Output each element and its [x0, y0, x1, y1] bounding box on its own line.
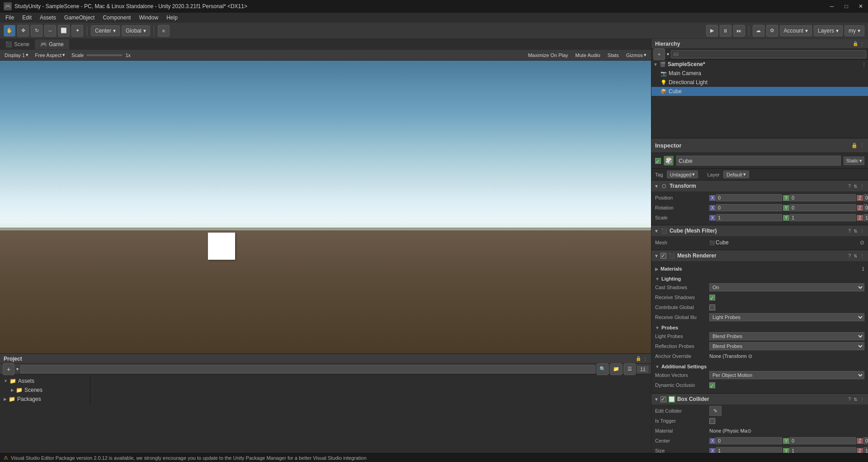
project-add-button[interactable]: +: [3, 363, 14, 375]
hierarchy-main-camera[interactable]: 📷 Main Camera: [651, 69, 868, 78]
titlebar-controls[interactable]: ─ □ ✕: [828, 3, 864, 10]
menu-help[interactable]: Help: [163, 14, 181, 22]
dynamic-occlusion-checkbox[interactable]: ✓: [709, 382, 715, 388]
tool-hand[interactable]: ✋: [4, 25, 15, 37]
services-button[interactable]: ⚙: [766, 25, 778, 37]
box-collider-help-icon[interactable]: ?: [847, 397, 852, 402]
hierarchy-lock-icon[interactable]: 🔒: [853, 41, 858, 46]
menu-window[interactable]: Window: [135, 14, 162, 22]
project-lock-icon[interactable]: 🔒: [636, 356, 641, 361]
hierarchy-cube[interactable]: 📦 Cube: [651, 87, 868, 96]
transform-more-icon[interactable]: ⋮: [859, 184, 865, 189]
position-z-input[interactable]: [863, 194, 868, 201]
mesh-filter-help-icon[interactable]: ?: [847, 229, 852, 233]
rotation-z-input[interactable]: [863, 204, 868, 211]
transform-help-icon[interactable]: ?: [847, 184, 852, 189]
mesh-renderer-help-icon[interactable]: ?: [847, 253, 852, 258]
hierarchy-more-icon[interactable]: ⋮: [860, 41, 864, 46]
static-dropdown[interactable]: Static ▾: [844, 157, 864, 165]
tool-rect[interactable]: ⬜: [58, 25, 70, 37]
cast-shadows-select[interactable]: On: [709, 283, 864, 291]
probes-header[interactable]: ▼ Probes: [655, 324, 864, 332]
size-y-input[interactable]: [790, 447, 856, 453]
project-assets-folder[interactable]: ▼ 📁 Assets: [2, 376, 88, 386]
box-collider-presets-icon[interactable]: ⇅: [853, 397, 858, 402]
hierarchy-directional-light[interactable]: 💡 Directional Light: [651, 78, 868, 87]
menu-gameobject[interactable]: GameObject: [61, 14, 98, 22]
maximize-button[interactable]: □: [843, 3, 850, 10]
box-collider-header[interactable]: ▼ ✓ ⬜ Box Collider ? ⇅ ⋮: [651, 394, 868, 405]
scale-y-input[interactable]: [790, 214, 856, 221]
size-x-input[interactable]: [716, 447, 782, 453]
scale-control[interactable]: Scale 1x: [70, 52, 132, 59]
stats-button[interactable]: Stats: [606, 51, 621, 59]
mesh-filter-presets-icon[interactable]: ⇅: [853, 229, 858, 233]
position-x-input[interactable]: [716, 194, 782, 201]
project-packages-folder[interactable]: ▶ 📁 Packages: [2, 395, 88, 404]
inspector-more-icon[interactable]: ⋮: [859, 143, 864, 148]
game-tab[interactable]: 🎮 Game: [35, 39, 69, 49]
hierarchy-add-button[interactable]: +: [653, 48, 665, 60]
mesh-select-icon[interactable]: ⊙: [860, 239, 864, 246]
mesh-filter-more-icon[interactable]: ⋮: [859, 229, 865, 233]
is-trigger-checkbox[interactable]: [709, 418, 715, 424]
materials-header[interactable]: ▶ Materials 1: [655, 265, 864, 273]
account-dropdown[interactable]: Account ▾: [780, 25, 812, 36]
rotation-x-input[interactable]: [716, 204, 782, 211]
additional-header[interactable]: ▼ Additional Settings: [655, 362, 864, 371]
menu-component[interactable]: Component: [99, 14, 134, 22]
hierarchy-search[interactable]: [671, 50, 866, 58]
lighting-header[interactable]: ▼ Lighting: [655, 275, 864, 283]
mesh-renderer-more-icon[interactable]: ⋮: [859, 253, 865, 258]
tool-rotate[interactable]: ↻: [31, 25, 42, 37]
layers-dropdown[interactable]: Layers ▾: [814, 25, 843, 36]
motion-vectors-select[interactable]: Per Object Motion: [709, 371, 864, 379]
gizmos-dropdown[interactable]: Gizmos ▾: [624, 51, 648, 59]
mesh-renderer-header[interactable]: ▼ ✓ ⬛ Mesh Renderer ? ⇅ ⋮: [651, 250, 868, 261]
snap-settings-button[interactable]: ≡: [158, 25, 170, 37]
minimize-button[interactable]: ─: [828, 3, 835, 10]
inspector-lock-icon[interactable]: 🔒: [851, 143, 858, 148]
object-name-input[interactable]: [676, 156, 841, 166]
size-z-input[interactable]: [863, 447, 868, 453]
project-folder-icon[interactable]: 📁: [610, 363, 622, 375]
project-search[interactable]: [20, 365, 595, 373]
project-search-icon[interactable]: 🔍: [597, 363, 609, 375]
scene-more[interactable]: ⋮: [862, 62, 866, 67]
display-dropdown[interactable]: Display 1 ▾: [3, 51, 30, 59]
collab-button[interactable]: ☁: [753, 25, 764, 37]
menu-assets[interactable]: Assets: [36, 14, 60, 22]
project-more-icon[interactable]: ⋮: [643, 356, 647, 361]
project-filter-icon[interactable]: ☰: [624, 363, 636, 375]
mesh-renderer-enabled[interactable]: ✓: [660, 253, 666, 259]
hierarchy-scene[interactable]: ▼ 🎬 SampleScene* ⋮: [651, 60, 868, 69]
center-dropdown[interactable]: Center ▾: [91, 25, 120, 36]
center-y-input[interactable]: [790, 437, 856, 444]
close-button[interactable]: ✕: [857, 3, 864, 10]
pause-button[interactable]: ⏸: [720, 25, 731, 37]
tool-scale[interactable]: ↔: [44, 25, 56, 37]
receive-global-select[interactable]: Light Probes: [709, 313, 864, 321]
tool-transform[interactable]: ✦: [71, 25, 83, 37]
scene-tab[interactable]: ⬛ Scene: [0, 39, 35, 49]
maximize-on-play[interactable]: Maximize On Play: [526, 51, 570, 59]
position-y-input[interactable]: [790, 194, 856, 201]
center-z-input[interactable]: [863, 437, 868, 444]
scale-x-input[interactable]: [716, 214, 782, 221]
layout-dropdown[interactable]: my ▾: [844, 25, 864, 36]
edit-collider-button[interactable]: ✎: [709, 406, 722, 416]
menu-file[interactable]: File: [2, 14, 18, 22]
step-button[interactable]: ⏭: [733, 25, 745, 37]
aspect-dropdown[interactable]: Free Aspect ▾: [33, 51, 67, 59]
receive-shadows-checkbox[interactable]: ✓: [709, 295, 715, 300]
layer-dropdown[interactable]: Default ▾: [723, 171, 749, 178]
box-collider-more-icon[interactable]: ⋮: [859, 397, 865, 402]
center-x-input[interactable]: [716, 437, 782, 444]
mute-audio[interactable]: Mute Audio: [574, 51, 602, 59]
transform-presets-icon[interactable]: ⇅: [853, 184, 858, 189]
menu-edit[interactable]: Edit: [19, 14, 35, 22]
global-dropdown[interactable]: Global ▾: [122, 25, 150, 36]
light-probes-select[interactable]: Blend Probes: [709, 332, 864, 340]
object-enabled-checkbox[interactable]: ✓: [655, 158, 661, 164]
tag-dropdown[interactable]: Untagged ▾: [667, 171, 698, 178]
